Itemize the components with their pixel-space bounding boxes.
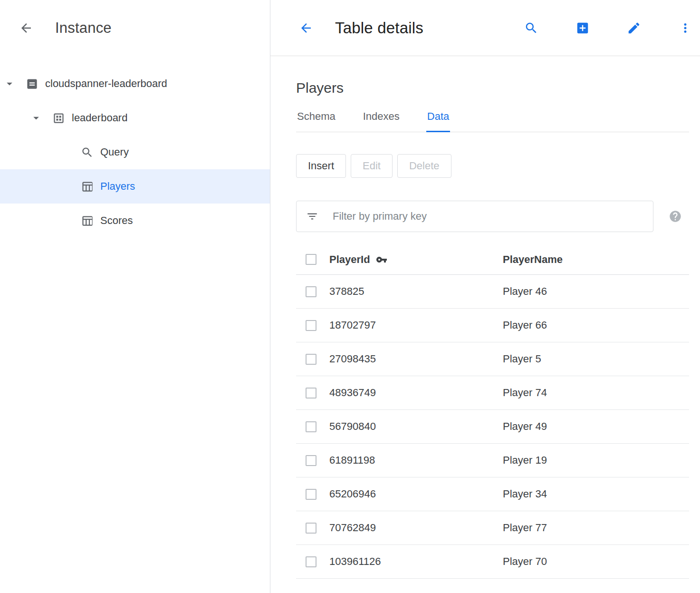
table-row[interactable]: 18702797 Player 66 xyxy=(296,309,689,342)
arrow-back-icon xyxy=(19,21,33,35)
appbar: Table details xyxy=(270,0,700,56)
row-checkbox[interactable] xyxy=(306,556,316,567)
expander-icon[interactable] xyxy=(29,111,43,125)
table-title: Players xyxy=(296,80,689,96)
tree-item-instance[interactable]: cloudspanner-leaderboard xyxy=(0,67,270,101)
table-header-row: PlayerId PlayerName xyxy=(296,244,689,275)
player-id-cell: 70762849 xyxy=(329,522,503,534)
tree-item-players[interactable]: Players xyxy=(0,169,270,204)
row-checkbox[interactable] xyxy=(306,354,316,365)
search-icon xyxy=(524,21,538,35)
page-header-title: Table details xyxy=(335,19,423,37)
sidebar: Instance cloudspanner-leaderboard xyxy=(0,0,270,593)
player-name-cell: Player 74 xyxy=(503,387,689,399)
main-panel: Table details Players Schema xyxy=(270,0,700,593)
table-row[interactable]: 61891198 Player 19 xyxy=(296,444,689,477)
row-checkbox[interactable] xyxy=(306,286,316,297)
row-checkbox[interactable] xyxy=(306,523,316,534)
row-actions: Insert Edit Delete xyxy=(296,154,689,178)
player-name-cell: Player 77 xyxy=(503,522,689,534)
table-row[interactable]: 103961126 Player 70 xyxy=(296,545,689,579)
tree-item-label: cloudspanner-leaderboard xyxy=(45,78,167,90)
help-icon[interactable] xyxy=(669,210,682,223)
tree-item-label: Query xyxy=(100,146,129,158)
instance-tree: cloudspanner-leaderboard leaderboard Que… xyxy=(0,56,270,238)
delete-row-button[interactable]: Delete xyxy=(397,154,451,178)
tree-item-label: Scores xyxy=(100,214,133,227)
appbar-actions xyxy=(524,21,695,35)
table-icon xyxy=(81,214,94,227)
tab-schema[interactable]: Schema xyxy=(296,110,336,132)
table-details-content: Players Schema Indexes Data Insert Edit … xyxy=(270,56,700,579)
sidebar-back-button[interactable] xyxy=(19,21,33,35)
column-header-playerid: PlayerId xyxy=(329,253,370,266)
tree-item-query[interactable]: Query xyxy=(0,135,270,169)
arrow-back-icon xyxy=(299,21,313,35)
expander-icon[interactable] xyxy=(3,77,16,90)
row-checkbox[interactable] xyxy=(306,320,316,331)
player-id-cell: 48936749 xyxy=(329,387,503,399)
data-table: PlayerId PlayerName 378825 Player 46 187… xyxy=(296,244,689,579)
edit-button[interactable] xyxy=(627,21,641,35)
player-name-cell: Player 46 xyxy=(503,285,689,298)
add-box-icon xyxy=(575,21,590,35)
more-options-button[interactable] xyxy=(678,21,692,35)
table-row[interactable]: 65206946 Player 34 xyxy=(296,477,689,511)
tree-item-scores[interactable]: Scores xyxy=(0,204,270,238)
query-icon xyxy=(81,146,94,159)
tree-item-label: Players xyxy=(100,180,135,193)
table-row[interactable]: 48936749 Player 74 xyxy=(296,376,689,410)
player-id-cell: 65206946 xyxy=(329,488,503,500)
player-id-cell: 18702797 xyxy=(329,319,503,331)
tab-bar: Schema Indexes Data xyxy=(296,110,689,132)
edit-row-button[interactable]: Edit xyxy=(351,154,393,178)
insert-row-button[interactable]: Insert xyxy=(296,154,346,178)
player-name-cell: Player 19 xyxy=(503,454,689,467)
player-id-cell: 378825 xyxy=(329,285,503,298)
tree-item-label: leaderboard xyxy=(72,112,127,124)
filter-row xyxy=(296,201,689,232)
player-name-cell: Player 5 xyxy=(503,353,689,365)
player-name-cell: Player 70 xyxy=(503,555,689,568)
row-checkbox[interactable] xyxy=(306,455,316,466)
app-root: Instance cloudspanner-leaderboard xyxy=(0,0,700,593)
table-row[interactable]: 70762849 Player 77 xyxy=(296,511,689,545)
table-row[interactable]: 378825 Player 46 xyxy=(296,275,689,309)
table-row[interactable]: 56790840 Player 49 xyxy=(296,410,689,444)
filter-input[interactable] xyxy=(332,210,643,223)
player-id-cell: 61891198 xyxy=(329,454,503,467)
pencil-icon xyxy=(627,21,641,35)
tree-item-database[interactable]: leaderboard xyxy=(0,101,270,135)
database-icon xyxy=(52,112,65,125)
row-checkbox[interactable] xyxy=(306,421,316,432)
column-header-playername: PlayerName xyxy=(503,253,689,266)
filter-box xyxy=(296,201,653,232)
add-button[interactable] xyxy=(575,21,590,35)
filter-list-icon xyxy=(306,210,318,223)
player-name-cell: Player 49 xyxy=(503,420,689,433)
instance-icon xyxy=(26,78,38,90)
select-all-checkbox[interactable] xyxy=(306,254,316,265)
player-id-cell: 27098435 xyxy=(329,353,503,365)
row-checkbox[interactable] xyxy=(306,388,316,399)
player-id-cell: 56790840 xyxy=(329,420,503,433)
row-checkbox[interactable] xyxy=(306,489,316,500)
table-icon xyxy=(81,180,94,193)
player-name-cell: Player 66 xyxy=(503,319,689,331)
more-vert-icon xyxy=(678,21,692,35)
search-button[interactable] xyxy=(524,21,538,35)
table-row[interactable]: 27098435 Player 5 xyxy=(296,342,689,376)
primary-key-icon xyxy=(376,254,387,265)
sidebar-title: Instance xyxy=(55,19,112,37)
player-id-cell: 103961126 xyxy=(329,555,503,568)
tab-data[interactable]: Data xyxy=(426,110,450,132)
sidebar-header: Instance xyxy=(0,0,270,56)
tab-indexes[interactable]: Indexes xyxy=(362,110,401,132)
player-name-cell: Player 34 xyxy=(503,488,689,500)
back-button[interactable] xyxy=(299,21,313,35)
